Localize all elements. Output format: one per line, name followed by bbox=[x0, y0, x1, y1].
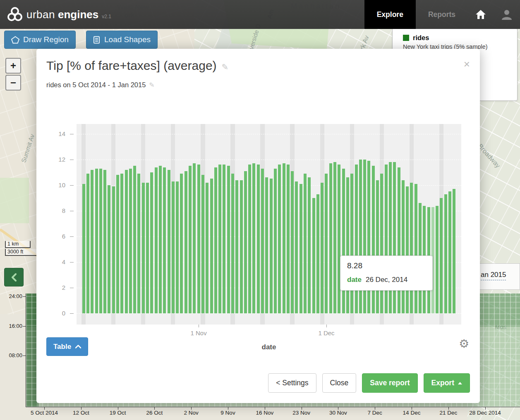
chart-bar[interactable] bbox=[274, 169, 277, 313]
chart-bar[interactable] bbox=[227, 166, 230, 313]
chart-bar[interactable] bbox=[214, 167, 217, 313]
chart-bar[interactable] bbox=[270, 179, 273, 313]
chart-bar[interactable] bbox=[287, 165, 290, 313]
draw-region-button[interactable]: Draw Region bbox=[4, 31, 76, 49]
chart-bar[interactable] bbox=[333, 162, 336, 313]
chart-bar[interactable] bbox=[283, 163, 285, 313]
settings-button[interactable]: < Settings bbox=[268, 373, 316, 393]
chart-bar[interactable] bbox=[95, 169, 98, 313]
chart-bar[interactable] bbox=[372, 166, 375, 313]
chart-bar[interactable] bbox=[308, 177, 311, 313]
table-toggle-button[interactable]: Table bbox=[46, 337, 88, 356]
home-button[interactable] bbox=[475, 10, 486, 19]
chart-bar[interactable] bbox=[444, 194, 447, 313]
chart-bar[interactable] bbox=[261, 169, 264, 313]
chart-bar[interactable] bbox=[291, 171, 294, 313]
chart-bar[interactable] bbox=[440, 198, 443, 313]
chart-bar[interactable] bbox=[325, 174, 328, 313]
chart-bar[interactable] bbox=[155, 167, 158, 313]
chart-bar[interactable] bbox=[295, 181, 298, 313]
chart-bar[interactable] bbox=[393, 162, 396, 313]
chart-bar[interactable] bbox=[398, 167, 400, 313]
chart-bar[interactable] bbox=[415, 184, 417, 313]
chart-bar[interactable] bbox=[137, 174, 140, 313]
chart-bar[interactable] bbox=[235, 180, 238, 313]
chart-bar[interactable] bbox=[321, 183, 324, 313]
save-report-button[interactable]: Save report bbox=[362, 373, 417, 393]
chart-bar[interactable] bbox=[103, 170, 106, 313]
chart-bar[interactable] bbox=[168, 170, 170, 313]
chart-bar[interactable] bbox=[86, 174, 89, 313]
nav-item-explore[interactable]: Explore bbox=[364, 0, 416, 29]
chart-bar[interactable] bbox=[346, 177, 349, 313]
chart-bar[interactable] bbox=[338, 165, 340, 313]
account-button[interactable] bbox=[501, 9, 513, 20]
chart-bar[interactable] bbox=[376, 180, 379, 313]
chart-bar[interactable] bbox=[342, 169, 345, 313]
chart-bar[interactable] bbox=[402, 180, 405, 313]
chart-bar[interactable] bbox=[129, 169, 132, 313]
chart-bar[interactable] bbox=[125, 170, 128, 313]
chart-bar[interactable] bbox=[218, 165, 221, 313]
chart-settings-gear-icon[interactable]: ⚙ bbox=[459, 338, 469, 350]
chart-bar[interactable] bbox=[201, 175, 204, 313]
nav-item-reports[interactable]: Reports bbox=[416, 0, 468, 29]
collapse-timeline-button[interactable] bbox=[4, 268, 24, 286]
chart-bar[interactable] bbox=[257, 165, 260, 313]
chart-bar[interactable] bbox=[329, 163, 332, 313]
chart-bar[interactable] bbox=[410, 183, 413, 313]
chart-bar[interactable] bbox=[278, 165, 281, 313]
chart-bar[interactable] bbox=[231, 174, 234, 313]
chart-bar[interactable] bbox=[350, 174, 353, 313]
chart-bar[interactable] bbox=[176, 181, 179, 313]
zoom-in-button[interactable]: + bbox=[5, 58, 21, 74]
chart-bar[interactable] bbox=[112, 186, 115, 313]
chart-bar[interactable] bbox=[406, 186, 409, 313]
date-range-end-label[interactable]: an 2015 bbox=[481, 271, 506, 280]
chart-bar[interactable] bbox=[120, 174, 123, 313]
chart-bar[interactable] bbox=[300, 184, 302, 313]
chart-bar[interactable] bbox=[150, 172, 153, 313]
chart-bar[interactable] bbox=[380, 174, 383, 313]
chart-bar[interactable] bbox=[240, 180, 243, 313]
close-button[interactable]: Close bbox=[322, 373, 357, 393]
chart-bar[interactable] bbox=[244, 171, 247, 313]
chart-bar[interactable] bbox=[180, 174, 183, 313]
chart-bar[interactable] bbox=[189, 166, 192, 313]
chart-bar[interactable] bbox=[133, 166, 136, 313]
chart-bar[interactable] bbox=[99, 169, 102, 313]
chart-bar[interactable] bbox=[142, 183, 145, 313]
chart-bar[interactable] bbox=[91, 170, 93, 313]
chart-bar[interactable] bbox=[206, 183, 208, 313]
chart-bar[interactable] bbox=[163, 167, 166, 313]
chart-bar[interactable] bbox=[248, 165, 251, 313]
chart-bar[interactable] bbox=[304, 174, 307, 313]
chart-bar[interactable] bbox=[197, 165, 200, 313]
chart-bar[interactable] bbox=[453, 189, 455, 313]
chart-bar[interactable] bbox=[355, 165, 358, 313]
chart-bar[interactable] bbox=[265, 177, 268, 313]
chart-bar[interactable] bbox=[116, 175, 119, 313]
chart-bar[interactable] bbox=[210, 179, 213, 313]
chart-bar[interactable] bbox=[108, 185, 110, 313]
chart-bar[interactable] bbox=[193, 163, 196, 313]
chart-bar[interactable] bbox=[172, 181, 175, 313]
chart-bar[interactable] bbox=[448, 191, 451, 313]
chart-bar[interactable] bbox=[223, 165, 225, 313]
chart-bar[interactable] bbox=[312, 198, 315, 313]
chart-bar[interactable] bbox=[252, 163, 255, 313]
chart-bar[interactable] bbox=[316, 194, 319, 313]
edit-range-icon[interactable]: ✎ bbox=[149, 81, 154, 88]
chart-bar[interactable] bbox=[436, 206, 439, 313]
modal-close-button[interactable]: × bbox=[464, 59, 470, 69]
chart-bar[interactable] bbox=[82, 184, 85, 313]
export-button[interactable]: Export bbox=[424, 373, 470, 393]
chart-bar[interactable] bbox=[146, 183, 149, 313]
chart-bar[interactable] bbox=[389, 162, 392, 313]
zoom-out-button[interactable]: − bbox=[5, 75, 21, 91]
chart-bar[interactable] bbox=[385, 165, 388, 313]
chart-bar[interactable] bbox=[185, 171, 187, 313]
chart-bar[interactable] bbox=[159, 166, 162, 313]
edit-title-icon[interactable]: ✎ bbox=[222, 62, 229, 72]
load-shapes-button[interactable]: Load Shapes bbox=[86, 31, 158, 49]
